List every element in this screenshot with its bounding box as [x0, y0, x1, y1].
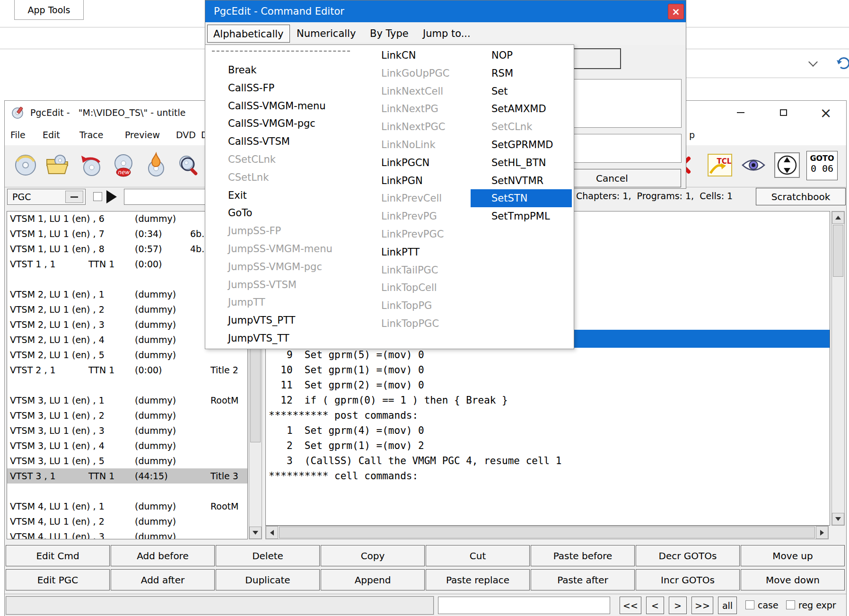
button-edit-pgc[interactable]: Edit PGC: [6, 569, 110, 590]
command-item-set[interactable]: Set: [471, 82, 572, 100]
dialog-menu-by-type[interactable]: By Type: [364, 25, 414, 43]
button-duplicate[interactable]: Duplicate: [216, 569, 320, 590]
menu-item-help-partial[interactable]: p: [689, 124, 695, 145]
menu-item-edit[interactable]: Edit: [43, 124, 60, 145]
chevron-down-icon[interactable]: [810, 59, 816, 65]
button-add-after[interactable]: Add after: [111, 569, 215, 590]
tearoff-handle[interactable]: [212, 51, 350, 52]
command-item-jumpvts-ptt[interactable]: JumpVTS_PTT: [212, 311, 354, 329]
button-delete[interactable]: Delete: [216, 545, 320, 566]
scratchbook-button[interactable]: Scratchbook: [756, 188, 846, 205]
pgc-list-row[interactable]: VTSM 3, LU 1 (en) , 2(dummy): [7, 408, 247, 423]
command-item-setstn[interactable]: SetSTN: [471, 189, 572, 207]
dialog-menu-numerically[interactable]: Numerically: [291, 25, 361, 43]
menu-item-preview[interactable]: Preview: [125, 124, 160, 145]
command-item-callss-fp[interactable]: CallSS-FP: [212, 79, 354, 97]
button-paste-replace[interactable]: Paste replace: [426, 569, 530, 590]
command-item-linkptt[interactable]: LinkPTT: [366, 243, 469, 261]
button-paste-before[interactable]: Paste before: [531, 545, 635, 566]
button-edit-cmd[interactable]: Edit Cmd: [6, 545, 110, 566]
pgc-list-row[interactable]: VTSM 4, LU 1 (en) , 3(dummy): [7, 529, 247, 539]
scrollbar-thumb[interactable]: [833, 225, 843, 277]
button-add-before[interactable]: Add before: [111, 545, 215, 566]
scroll-left-icon[interactable]: [266, 526, 278, 539]
find-disc-icon[interactable]: [175, 151, 202, 179]
goto-counter[interactable]: GOTO 0 06: [806, 151, 838, 180]
button-move-down[interactable]: Move down: [741, 569, 845, 590]
pgc-list-row[interactable]: VTSM 3, LU 1 (en) , 3(dummy): [7, 423, 247, 438]
command-item-linkpgn[interactable]: LinkPGN: [366, 172, 469, 190]
dialog-menu-alphabetically[interactable]: Alphabetically: [207, 25, 290, 43]
search-input[interactable]: [438, 597, 610, 614]
refresh-icon[interactable]: [835, 54, 849, 73]
tcl-console-icon[interactable]: TCL: [706, 151, 734, 179]
pgc-selector[interactable]: PGC: [7, 189, 86, 205]
command-item-sethl-btn[interactable]: SetHL_BTN: [471, 154, 572, 172]
button-append[interactable]: Append: [321, 569, 425, 590]
close-button[interactable]: ×: [814, 101, 837, 124]
navigate-updown-icon[interactable]: [773, 151, 801, 179]
pgc-list-row[interactable]: [7, 484, 247, 499]
pgc-checkbox[interactable]: [93, 192, 102, 201]
command-item-rsm[interactable]: RSM: [471, 64, 572, 82]
command-hscrollbar[interactable]: [265, 526, 829, 539]
preview-eye-icon[interactable]: [740, 151, 767, 179]
pgc-list-row[interactable]: VTSM 3, LU 1 (en) , 1(dummy)RootM: [7, 393, 247, 408]
reload-disc-icon[interactable]: [77, 151, 105, 179]
button-move-up[interactable]: Move up: [741, 545, 845, 566]
command-item-linkcn[interactable]: LinkCN: [366, 46, 469, 64]
menu-item-dvd[interactable]: DVD: [176, 124, 196, 145]
scroll-down-icon[interactable]: [832, 513, 844, 525]
scroll-up-icon[interactable]: [832, 211, 844, 224]
pgc-list-row[interactable]: VTSM 4, LU 1 (en) , 2(dummy): [7, 514, 247, 529]
command-item-jumpvts-tt[interactable]: JumpVTS_TT: [212, 329, 354, 347]
burn-disc-icon[interactable]: [142, 151, 170, 179]
pgc-list-row[interactable]: VTSM 4, LU 1 (en) , 1(dummy)RootM: [7, 499, 247, 514]
button-copy[interactable]: Copy: [321, 545, 425, 566]
menu-item-file[interactable]: File: [10, 124, 26, 145]
command-item-callss-vmgm-pgc[interactable]: CallSS-VMGM-pgc: [212, 114, 354, 132]
pgc-list-row[interactable]: VTSM 3, LU 1 (en) , 5(dummy): [7, 453, 247, 468]
button-incr-gotos[interactable]: Incr GOTOs: [636, 569, 740, 590]
scroll-down-icon[interactable]: [249, 527, 262, 539]
dialog-titlebar[interactable]: PgcEdit - Command Editor ×: [205, 0, 686, 22]
pgc-dropdown-button[interactable]: [65, 191, 83, 203]
command-vscrollbar[interactable]: [831, 211, 845, 526]
scrollbar-thumb[interactable]: [279, 527, 815, 538]
command-item-linkpgcn[interactable]: LinkPGCN: [366, 154, 469, 172]
command-item-setgprmmd[interactable]: SetGPRMMD: [471, 136, 572, 154]
command-item-nop[interactable]: NOP: [471, 46, 572, 64]
command-item-exit[interactable]: Exit: [212, 186, 354, 204]
maximize-button[interactable]: [772, 101, 795, 124]
pgc-list-row[interactable]: VTST 3 , 1TTN 1(44:15)Title 3: [7, 468, 247, 484]
pgc-list-row[interactable]: VTSM 3, LU 1 (en) , 4(dummy): [7, 438, 247, 453]
nav-all[interactable]: all: [718, 597, 737, 614]
command-item-goto[interactable]: GoTo: [212, 204, 354, 222]
command-item-setnvtmr[interactable]: SetNVTMR: [471, 172, 572, 190]
command-item-callss-vmgm-menu[interactable]: CallSS-VMGM-menu: [212, 97, 354, 115]
dialog-menu-jump-to[interactable]: Jump to...: [417, 25, 476, 43]
nav-next[interactable]: >: [669, 597, 687, 614]
button-cut[interactable]: Cut: [426, 545, 530, 566]
play-button[interactable]: [106, 190, 117, 203]
scroll-right-icon[interactable]: [816, 526, 828, 539]
nav-last[interactable]: >>: [691, 597, 713, 614]
pgc-list-row[interactable]: VTST 2 , 1TTN 1(0:00)Title 2: [7, 362, 247, 378]
minimize-button[interactable]: [729, 101, 752, 124]
dialog-close-button[interactable]: ×: [668, 4, 684, 19]
command-item-setamxmd[interactable]: SetAMXMD: [471, 100, 572, 118]
button-paste-after[interactable]: Paste after: [531, 569, 635, 590]
command-item-break[interactable]: Break: [212, 61, 354, 79]
app-tools-tab[interactable]: App Tools: [14, 0, 84, 20]
disc-icon[interactable]: [12, 151, 39, 179]
new-disc-icon[interactable]: new: [110, 151, 137, 179]
nav-prev[interactable]: <: [646, 597, 664, 614]
command-item-callss-vtsm[interactable]: CallSS-VTSM: [212, 132, 354, 150]
pgc-list-row[interactable]: VTSM 2, LU 1 (en) , 5(dummy): [7, 347, 247, 362]
button-decr-gotos[interactable]: Decr GOTOs: [636, 545, 740, 566]
nav-first[interactable]: <<: [620, 597, 641, 614]
checkbox-case[interactable]: [745, 600, 754, 609]
open-disc-icon[interactable]: [44, 151, 72, 179]
menu-item-trace[interactable]: Trace: [79, 124, 103, 145]
pgc-list-row[interactable]: [7, 378, 247, 393]
